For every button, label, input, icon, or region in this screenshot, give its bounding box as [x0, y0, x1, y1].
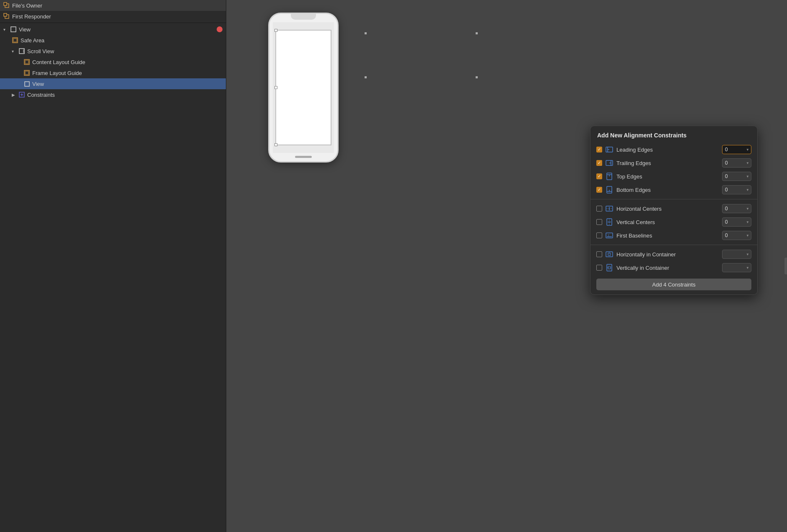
horizontal-centers-arrow[interactable]: ▼	[746, 207, 749, 211]
view-icon	[10, 26, 17, 33]
vertical-centers-label: Vertical Centers	[616, 219, 722, 225]
vertical-centers-value[interactable]: ▼	[722, 217, 751, 227]
dot-marker-2	[476, 32, 478, 34]
phone-home-indicator	[295, 156, 312, 158]
svg-rect-10	[25, 60, 28, 64]
bottom-edges-value[interactable]: ▼	[722, 185, 751, 194]
bottom-edges-input[interactable]	[725, 187, 742, 193]
leading-edges-input[interactable]	[725, 147, 742, 152]
trailing-edges-checkbox[interactable]	[596, 160, 602, 166]
scroll-view-label: Scroll View	[27, 48, 223, 54]
leading-edges-row: Leading Edges ▼	[590, 143, 757, 156]
trailing-edges-arrow[interactable]: ▼	[746, 161, 749, 165]
content-layout-label: Content Layout Guide	[32, 59, 223, 65]
first-baselines-checkbox[interactable]	[596, 232, 602, 238]
constraints-chevron: ▶	[12, 93, 17, 97]
vertically-in-container-input[interactable]	[725, 265, 745, 271]
horizontal-centers-value[interactable]: ▼	[722, 204, 751, 213]
svg-rect-1	[4, 3, 7, 5]
cube-icon-2	[3, 13, 10, 20]
horizontal-centers-input[interactable]	[725, 206, 742, 212]
horizontally-in-container-value[interactable]: ▼	[722, 250, 751, 259]
bottom-edges-row: Bottom Edges ▼	[590, 183, 757, 196]
horizontal-centers-checkbox[interactable]	[596, 206, 602, 212]
sidebar-item-constraints[interactable]: ▶ Constraints	[0, 89, 226, 100]
phone-body	[268, 13, 339, 163]
panel-title: Add New Alignment Constraints	[590, 126, 757, 143]
sidebar-item-scroll-view[interactable]: ▾ Scroll View	[0, 46, 226, 57]
svg-text:T: T	[608, 234, 610, 237]
first-baselines-arrow[interactable]: ▼	[746, 234, 749, 238]
sidebar-item-view[interactable]: ▾ View	[0, 24, 226, 35]
trailing-edges-row: Trailing Edges ▼	[590, 156, 757, 170]
trailing-edges-label: Trailing Edges	[616, 160, 722, 166]
horizontal-centers-icon	[606, 205, 613, 212]
vertical-centers-row: Vertical Centers ▼	[590, 215, 757, 229]
dot-marker-3	[476, 76, 478, 78]
horizontally-in-container-icon	[606, 251, 613, 258]
vertically-in-container-label: Vertically in Container	[616, 265, 722, 271]
first-baselines-label: First Baselines	[616, 232, 722, 239]
scroll-view-icon	[18, 48, 25, 54]
vertical-centers-input[interactable]	[725, 219, 742, 225]
vertical-centers-arrow[interactable]: ▼	[746, 220, 749, 224]
leading-edges-label: Leading Edges	[616, 147, 722, 153]
files-owner-label: File's Owner	[12, 3, 223, 9]
leading-edges-arrow[interactable]: ▼	[746, 148, 749, 152]
scroll-view-chevron: ▾	[12, 49, 17, 54]
first-baselines-value[interactable]: ▼	[722, 231, 751, 240]
view2-label: View	[32, 81, 223, 87]
dot-marker-1	[365, 32, 367, 34]
svg-rect-4	[11, 27, 16, 32]
vertically-in-container-icon	[606, 264, 613, 271]
layout-guide-icon	[12, 37, 18, 44]
view-label: View	[19, 26, 217, 33]
sidebar-item-content-layout[interactable]: Content Layout Guide	[0, 57, 226, 67]
sidebar-item-first-responder[interactable]: First Responder	[0, 11, 226, 22]
bottom-edges-icon	[606, 186, 613, 194]
horizontally-in-container-checkbox[interactable]	[596, 251, 602, 257]
vertically-in-container-arrow[interactable]: ▼	[746, 266, 749, 270]
bottom-edges-arrow[interactable]: ▼	[746, 188, 749, 192]
resize-handle[interactable]	[784, 258, 787, 274]
handle-ml[interactable]	[274, 86, 277, 89]
trailing-edges-icon	[606, 159, 613, 167]
horizontally-in-container-input[interactable]	[725, 251, 745, 257]
horizontally-in-container-arrow[interactable]: ▼	[746, 253, 749, 256]
first-baselines-input[interactable]	[725, 232, 742, 238]
bottom-edges-checkbox[interactable]	[596, 187, 602, 193]
top-edges-input[interactable]	[725, 173, 742, 179]
sidebar-item-files-owner[interactable]: File's Owner	[0, 0, 226, 11]
vertical-centers-checkbox[interactable]	[596, 219, 602, 225]
constraints-icon	[18, 91, 25, 98]
view-badge	[217, 26, 223, 32]
horizontal-centers-label: Horizontal Centers	[616, 206, 722, 212]
dot-marker-4	[365, 76, 367, 78]
leading-edges-checkbox[interactable]	[596, 147, 602, 152]
top-edges-value[interactable]: ▼	[722, 172, 751, 181]
divider-2	[590, 245, 757, 245]
safe-area-label: Safe Area	[21, 37, 223, 44]
sidebar-item-frame-layout[interactable]: Frame Layout Guide	[0, 67, 226, 78]
svg-rect-13	[25, 82, 29, 86]
top-edges-checkbox[interactable]	[596, 173, 602, 179]
trailing-edges-value[interactable]: ▼	[722, 158, 751, 168]
handle-tl[interactable]	[274, 29, 277, 32]
cube-icon	[3, 2, 10, 9]
constraints-label: Constraints	[27, 92, 223, 98]
first-baselines-row: T First Baselines ▼	[590, 229, 757, 242]
view2-icon	[23, 80, 30, 87]
leading-edges-value[interactable]: ▼	[722, 145, 751, 154]
vertical-centers-icon	[606, 218, 613, 226]
vertically-in-container-checkbox[interactable]	[596, 265, 602, 271]
first-baselines-icon: T	[606, 232, 613, 239]
top-edges-arrow[interactable]: ▼	[746, 175, 749, 178]
vertically-in-container-value[interactable]: ▼	[722, 263, 751, 272]
vertically-in-container-row: Vertically in Container ▼	[590, 261, 757, 274]
add-constraints-button[interactable]: Add 4 Constraints	[596, 279, 751, 290]
handle-bl[interactable]	[274, 143, 277, 146]
sidebar-item-view2[interactable]: View	[0, 78, 226, 89]
sidebar-item-safe-area[interactable]: Safe Area	[0, 35, 226, 46]
horizontally-in-container-label: Horizontally in Container	[616, 251, 722, 258]
trailing-edges-input[interactable]	[725, 160, 742, 166]
